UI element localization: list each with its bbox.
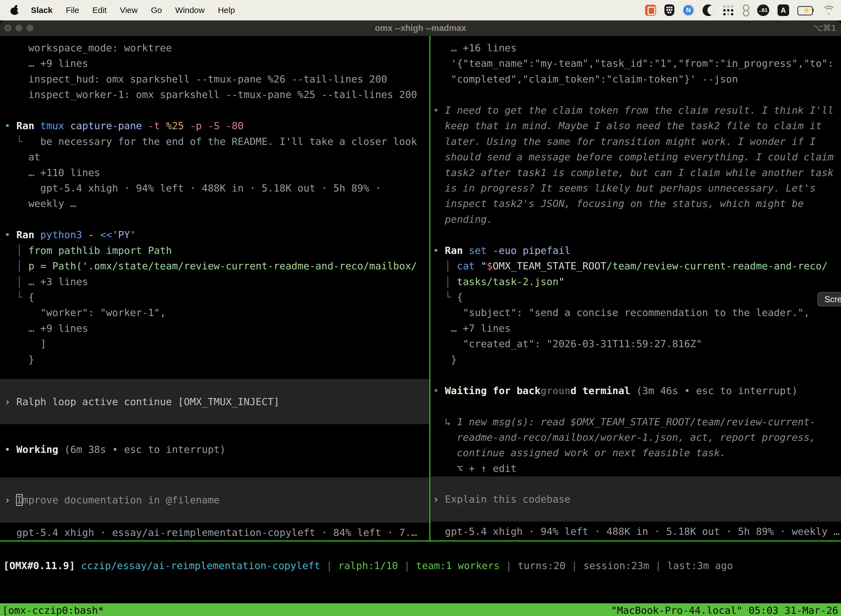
text-segment-wbullet: • xyxy=(4,444,16,455)
dots-grid-icon[interactable] xyxy=(722,4,734,16)
chat-badge-icon[interactable] xyxy=(645,5,656,16)
terminal-line: "completed","claim_token":"claim-token"}… xyxy=(431,72,841,87)
text-segment-boldw: Ran xyxy=(16,229,34,241)
window-titlebar[interactable]: omx --xhigh --madmax ⌥⌘1 xyxy=(0,21,841,36)
menu-item-edit[interactable]: Edit xyxy=(92,6,107,15)
text-segment-out: "subject": "send a concise recommendatio… xyxy=(433,307,810,318)
text-segment-think: readme-and-reco/mailbox/worker-1.json, a… xyxy=(433,432,816,443)
battery-icon[interactable]: ⚡ xyxy=(797,6,815,14)
terminal-line: is in progress? It seems likely but perh… xyxy=(431,180,841,196)
grid-shield-icon[interactable] xyxy=(664,4,674,16)
menu-item-view[interactable]: View xyxy=(120,6,138,15)
text-segment-green: from pathlib import Path xyxy=(22,245,172,256)
prompt-input[interactable]: › Explain this codebase xyxy=(431,476,841,522)
terminal-line: ] xyxy=(0,336,429,352)
terminal-line: • I need to get the claim token from the… xyxy=(431,103,841,118)
terminal-line: inspect_worker-1: omx sparkshell --tmux-… xyxy=(0,87,429,103)
menu-item-help[interactable]: Help xyxy=(218,6,235,15)
text-segment-purple: 'PY' xyxy=(112,229,136,241)
text-segment-out2: last:3m ago xyxy=(667,560,733,571)
tmux-session-label: [omx-cczip0:bash* xyxy=(0,603,104,616)
text-segment-think: is in progress? It seems likely but perh… xyxy=(433,182,816,194)
text-segment-bgreen: • xyxy=(4,229,16,241)
text-segment-green: /team/review-current-readme-and-reco/ xyxy=(607,260,828,271)
terminal-line: │ … +3 lines xyxy=(0,274,429,289)
menu-item-file[interactable]: File xyxy=(66,6,79,15)
screen-tooltip: Scre xyxy=(817,292,841,307)
apple-menu-icon[interactable] xyxy=(10,6,19,15)
pane-bottom-border xyxy=(0,540,841,541)
app-menus: SlackFileEditViewGoWindowHelp xyxy=(31,6,235,15)
text-segment-out: be necessary for the end of the README. … xyxy=(22,136,417,147)
menu-item-go[interactable]: Go xyxy=(151,6,162,15)
text-segment-lblue: -euo pipefail xyxy=(487,245,570,256)
text-segment-white: " xyxy=(475,260,487,271)
text-segment-con: └ xyxy=(433,292,451,303)
text-segment-blue: cat xyxy=(451,260,475,271)
wifi-icon[interactable] xyxy=(823,6,835,15)
text-segment-out: '{"team_name":"my-team","task_id":"1","f… xyxy=(433,58,834,69)
terminal-line: │ cat "$OMX_TEAM_STATE_ROOT/team/review-… xyxy=(431,258,841,274)
text-segment-think: ↳ 1 new msg(s): read $OMX_TEAM_STATE_ROO… xyxy=(433,416,816,427)
blue-badge-icon[interactable] xyxy=(683,4,694,16)
menu-item-slack[interactable]: Slack xyxy=(31,6,53,15)
text-segment-lblue: capture-pane xyxy=(64,120,142,131)
text-segment-white: OMX_TEAM_STATE_ROOT xyxy=(493,260,607,271)
prompt-input[interactable]: › Ralph loop active continue [OMX_TMUX_I… xyxy=(0,379,429,424)
terminal-line: • Working (6m 38s • esc to interrupt) xyxy=(0,442,429,457)
text-segment-out: … +7 lines xyxy=(433,323,511,334)
input-source-icon[interactable]: A xyxy=(778,4,789,16)
pane-divider[interactable] xyxy=(429,36,431,540)
terminal-line: │ p = Path('.omx/state/team/review-curre… xyxy=(0,258,429,274)
terminal-line xyxy=(431,399,841,414)
text-segment-out: ⌥ + ↑ edit xyxy=(433,463,517,474)
text-segment-sep: | xyxy=(566,560,583,571)
text-segment-boldw: Ran xyxy=(445,245,463,256)
crescent-icon[interactable] xyxy=(702,4,714,16)
text-segment-out: inspect_worker-1: omx sparkshell --tmux-… xyxy=(4,89,417,100)
terminal-line: later. Using the same for transition mig… xyxy=(431,134,841,149)
text-segment-out: gpt-5.4 xhigh · 94% left · 488K in · 5.1… xyxy=(433,526,840,537)
terminal-line: gpt-5.4 xhigh · 94% left · 488K in · 5.1… xyxy=(0,180,429,196)
text-segment-sep: | xyxy=(398,560,416,571)
text-segment-out: (6m 38s • esc to interrupt) xyxy=(58,444,226,455)
text-segment-out: "worker": "worker-1", xyxy=(4,307,166,318)
terminal-line: at xyxy=(0,149,429,165)
text-segment-out: … +16 lines xyxy=(433,42,517,54)
text-segment-out: { xyxy=(451,292,463,303)
text-segment-out: … +9 lines xyxy=(4,323,88,334)
terminal-line: • Ran set -euo pipefail xyxy=(431,243,841,258)
text-segment-bandtext: Ralph loop active continue [OMX_TMUX_INJ… xyxy=(16,396,280,407)
prompt-input[interactable]: › Improve documentation in @filename xyxy=(0,477,429,523)
text-segment-out2: session:23m xyxy=(583,560,649,571)
terminal-line: inspect_hud: omx sparkshell --tmux-pane … xyxy=(0,72,429,87)
right-pane: … +16 lines '{"team_name":"my-team","tas… xyxy=(431,36,841,540)
text-segment-think: I need to get the claim token from the c… xyxy=(445,105,834,116)
terminal-line: … +7 lines xyxy=(431,321,841,336)
terminal-line: gpt-5.4 xhigh · 94% left · 488K in · 5.1… xyxy=(431,524,841,539)
text-segment-boldw: Ran xyxy=(16,120,34,131)
terminal-line: pending. xyxy=(431,212,841,227)
terminal-line: workspace_mode: worktree xyxy=(0,40,429,56)
text-segment-blue: python3 xyxy=(34,229,82,241)
text-segment-out: inspect_hud: omx sparkshell --tmux-pane … xyxy=(4,73,387,85)
text-segment-red: -80 xyxy=(220,120,244,131)
terminal-line: • Ran python3 - <<'PY' xyxy=(0,227,429,243)
text-segment-con: │ xyxy=(433,276,451,287)
text-segment-dbullet: • xyxy=(433,105,445,116)
text-segment-bgreen: • xyxy=(4,120,16,131)
text-segment-red: -p xyxy=(184,120,202,131)
terminal-line xyxy=(431,227,841,243)
text-segment-out: … +3 lines xyxy=(22,276,88,287)
terminal-line xyxy=(0,103,429,118)
text-cursor: I xyxy=(16,494,22,506)
menu-item-window[interactable]: Window xyxy=(175,6,205,15)
double-loop-icon[interactable] xyxy=(742,4,749,16)
text-segment-white: - xyxy=(82,229,94,241)
text-segment-think: inspect task2's JSON, focusing on the st… xyxy=(433,198,804,209)
text-segment-con: │ xyxy=(433,260,451,271)
terminal-line: … +110 lines xyxy=(0,165,429,180)
left-pane: workspace_mode: worktree … +9 lines insp… xyxy=(0,36,429,540)
text-segment-out: … +110 lines xyxy=(4,167,100,178)
count-badge-icon[interactable]: ..61 xyxy=(757,4,769,16)
